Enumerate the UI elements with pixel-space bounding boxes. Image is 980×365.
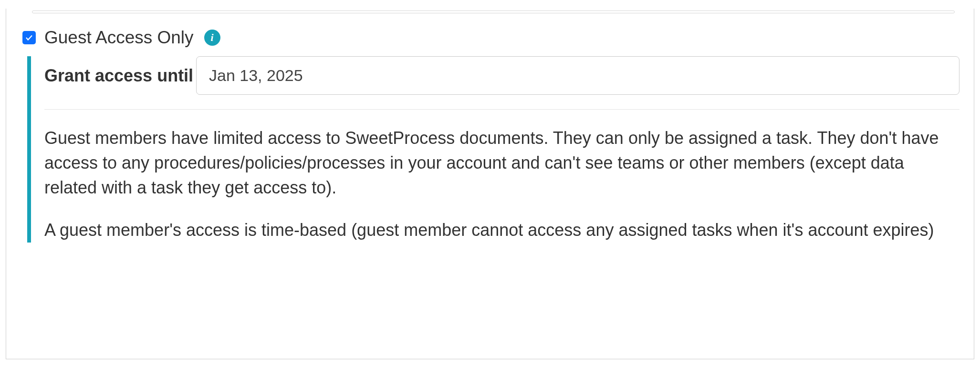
grant-access-row: Grant access until <box>44 56 959 110</box>
guest-access-checkbox-row: Guest Access Only i <box>22 28 959 48</box>
grant-access-label: Grant access until <box>44 66 196 86</box>
guest-access-details: Grant access until Guest members have li… <box>27 56 959 243</box>
guest-access-label: Guest Access Only <box>44 28 194 48</box>
guest-access-checkbox[interactable] <box>22 31 36 44</box>
info-icon[interactable]: i <box>204 30 220 46</box>
guest-access-panel: Guest Access Only i Grant access until G… <box>6 9 974 359</box>
guest-description-1: Guest members have limited access to Swe… <box>44 126 959 201</box>
previous-field-border <box>32 10 955 13</box>
guest-description-2: A guest member's access is time-based (g… <box>44 218 959 243</box>
grant-access-date-input[interactable] <box>196 56 959 95</box>
check-icon <box>25 33 33 42</box>
